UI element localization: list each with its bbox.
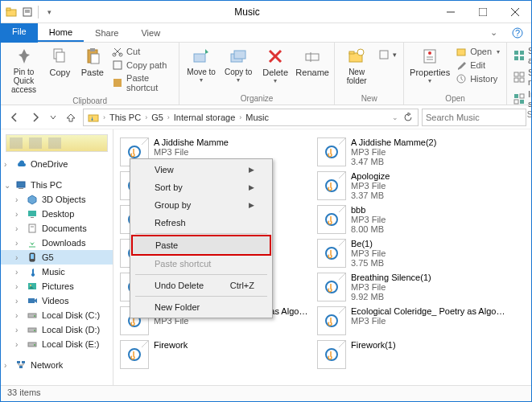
pc-icon (15, 179, 27, 191)
new-folder-button[interactable]: New folder (340, 45, 373, 87)
move-to-button[interactable]: Move to▾ (184, 45, 218, 85)
svg-rect-38 (520, 51, 524, 55)
group-new: New folder ▾ New (335, 43, 404, 105)
tree-item-pictures[interactable]: ›Pictures (1, 279, 113, 293)
ribbon-collapse-icon[interactable]: ⌄ (484, 27, 504, 38)
copy-to-button[interactable]: Copy to▾ (221, 45, 255, 85)
open-icon (456, 46, 467, 57)
paste-button[interactable]: Paste (78, 45, 108, 79)
tree-item-local-disk-d-[interactable]: ›Local Disk (D:) (1, 322, 113, 337)
ctx-refresh[interactable]: Refresh (132, 214, 270, 232)
properties-icon (420, 47, 439, 66)
svg-text:?: ? (515, 28, 520, 38)
close-button[interactable] (499, 1, 531, 23)
file-item[interactable]: Firework(1) (314, 338, 511, 371)
cloud-icon (15, 158, 27, 170)
ctx-sortby[interactable]: Sort by▶ (132, 178, 270, 196)
refresh-icon[interactable] (400, 113, 416, 122)
cut-button[interactable]: Cut (110, 45, 174, 58)
paste-shortcut-button[interactable]: Paste shortcut (110, 72, 174, 93)
tab-file[interactable]: File (1, 23, 38, 43)
svg-rect-19 (113, 79, 122, 87)
tab-share[interactable]: Share (84, 25, 130, 41)
tree-item-local-disk-c-[interactable]: ›Local Disk (C:) (1, 308, 113, 322)
svg-rect-18 (113, 61, 122, 69)
ctx-paste[interactable]: Paste (131, 235, 271, 256)
svg-rect-46 (520, 94, 524, 98)
mp3-file-icon (317, 273, 346, 302)
tree-item-3d-objects[interactable]: ›3D Objects (1, 192, 113, 207)
file-item[interactable]: Firework (117, 338, 314, 371)
svg-rect-40 (520, 56, 524, 60)
maximize-button[interactable] (467, 1, 499, 23)
file-item[interactable]: bbbMP3 File8.00 MB (314, 203, 511, 236)
context-menu: View▶ Sort by▶ Group by▶ Refresh Paste P… (130, 158, 273, 318)
new-item-button[interactable]: ▾ (377, 48, 398, 61)
svg-rect-14 (90, 48, 95, 51)
ctx-newfolder[interactable]: New Folder (132, 298, 270, 316)
tree-item-local-disk-e-[interactable]: ›Local Disk (E:) (1, 337, 113, 351)
select-all-button[interactable]: Select all (512, 45, 532, 66)
qat-properties-icon[interactable] (22, 6, 33, 18)
music-folder-icon (88, 112, 99, 123)
rename-button[interactable]: Rename (295, 45, 329, 79)
tab-home[interactable]: Home (38, 24, 84, 42)
ctx-undo[interactable]: Undo DeleteCtrl+Z (132, 277, 270, 294)
delete-button[interactable]: Delete▾ (258, 45, 292, 86)
back-button[interactable] (6, 109, 23, 126)
tree-item-music[interactable]: ›Music (1, 265, 113, 279)
svg-rect-28 (349, 51, 354, 54)
copy-icon (50, 47, 69, 66)
file-item[interactable]: Breathing Silence(1)MP3 File9.92 MB (314, 271, 511, 303)
file-item[interactable]: A Jiddishe Mamme(2)MP3 File3.47 MB (314, 136, 511, 168)
invert-selection-button[interactable]: Invert selection (512, 88, 532, 109)
qat-dropdown-icon[interactable]: ▾ (43, 6, 55, 18)
select-none-button[interactable]: Select none (512, 67, 532, 88)
copy-path-button[interactable]: Copy path (110, 59, 174, 72)
file-item[interactable]: ApologizeMP3 File3.37 MB (314, 170, 511, 202)
tree-network[interactable]: ›Network (1, 358, 113, 372)
network-icon (15, 359, 27, 371)
ribbon-tabs: File Home Share View ⌄ ? (1, 23, 531, 43)
copy-button[interactable]: Copy (45, 45, 75, 79)
breadcrumb-dropdown-icon[interactable]: ⌄ (392, 113, 398, 121)
tree-item-videos[interactable]: ›Videos (1, 293, 113, 308)
tree-thispc[interactable]: ⌄This PC (1, 178, 113, 192)
svg-rect-61 (28, 298, 35, 303)
recent-dropdown[interactable] (47, 109, 59, 126)
breadcrumb[interactable]: › This PC› G5› Internal storage› Music ⌄ (83, 109, 419, 126)
ctx-groupby[interactable]: Group by▶ (132, 196, 270, 214)
tree-item-g5[interactable]: ›G5 (1, 250, 113, 265)
file-item[interactable]: Be(1)MP3 File3.75 MB (314, 237, 511, 269)
up-button[interactable] (62, 109, 80, 126)
forward-button[interactable] (27, 109, 44, 126)
ctx-view[interactable]: View▶ (132, 161, 270, 178)
svg-rect-58 (31, 254, 34, 259)
group-label: Open (409, 93, 501, 104)
pin-quick-access-button[interactable]: Pin to Quick access (6, 45, 42, 96)
quick-access[interactable] (6, 134, 108, 152)
tree-onedrive[interactable]: ›OneDrive (1, 157, 113, 171)
edit-button[interactable]: Edit (454, 59, 501, 72)
svg-rect-44 (520, 78, 524, 82)
open-button[interactable]: Open▾ (454, 45, 501, 58)
svg-point-29 (357, 49, 364, 55)
history-button[interactable]: History (454, 72, 501, 85)
tab-view[interactable]: View (130, 25, 171, 41)
status-bar: 33 items (1, 385, 531, 401)
tree-item-desktop[interactable]: ›Desktop (1, 207, 113, 221)
tree-item-downloads[interactable]: ›Downloads (1, 236, 113, 250)
search-input[interactable] (422, 109, 526, 126)
pastesc-icon (112, 77, 123, 88)
group-select: Select all Select none Invert selection … (507, 43, 532, 105)
tree-item-documents[interactable]: ›Documents (1, 221, 113, 236)
help-icon[interactable]: ? (504, 27, 531, 39)
svg-point-65 (34, 330, 35, 331)
qat-separator (38, 6, 39, 18)
svg-rect-45 (514, 94, 518, 98)
title-bar: ▾ Music (1, 1, 531, 23)
file-item[interactable]: Ecological Coleridge_ Poetry as Algorith… (314, 305, 511, 337)
svg-rect-20 (194, 54, 205, 62)
minimize-button[interactable] (435, 1, 467, 23)
properties-button[interactable]: Properties▾ (409, 45, 451, 86)
